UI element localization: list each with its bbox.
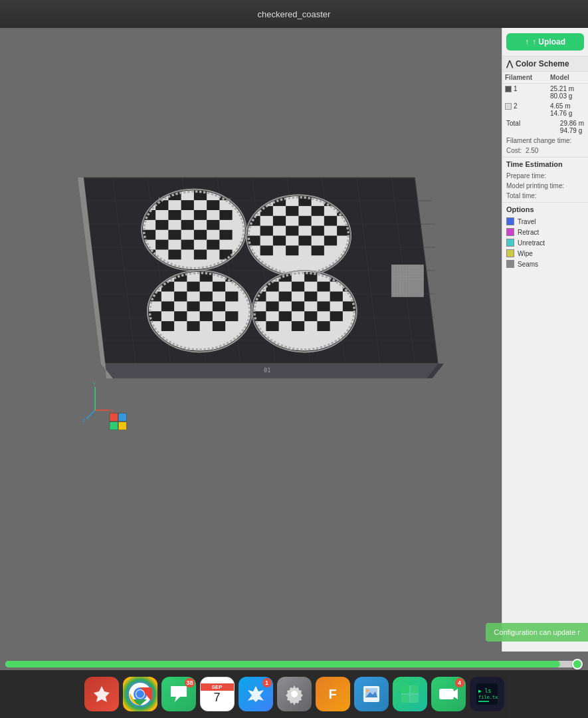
svg-rect-121 xyxy=(266,301,278,311)
color-scheme-label: Color Scheme xyxy=(516,59,569,68)
svg-rect-118 xyxy=(279,292,292,302)
seams-label: Seams xyxy=(518,261,538,268)
scene-canvas: 01 bambu pal extended | bambu xyxy=(0,28,502,652)
svg-rect-125 xyxy=(253,311,266,321)
svg-rect-115 xyxy=(317,282,330,292)
bambu-label: F xyxy=(328,687,336,702)
svg-rect-41 xyxy=(194,230,207,240)
svg-text:Y: Y xyxy=(93,382,96,386)
right-panel: ↑ ↑ Upload ⋀ Color Scheme Filament Model… xyxy=(502,28,588,652)
dock-app-messages[interactable]: 38 xyxy=(161,677,196,711)
seams-color xyxy=(506,260,514,268)
dock-app-chrome[interactable] xyxy=(123,677,157,711)
svg-rect-169 xyxy=(411,695,419,703)
travel-color xyxy=(506,217,514,225)
svg-rect-129 xyxy=(266,321,278,331)
svg-rect-37 xyxy=(181,220,194,230)
filament-2-color xyxy=(505,103,512,110)
progress-bar-track[interactable] xyxy=(5,661,577,667)
unretract-label: Unretract xyxy=(518,239,545,247)
svg-rect-61 xyxy=(312,206,324,216)
dock-app-fantastical[interactable] xyxy=(84,677,119,711)
model-printing-row: Model printing time: xyxy=(502,181,588,191)
svg-point-163 xyxy=(366,689,369,692)
upload-icon: ↑ xyxy=(525,37,529,47)
wipe-color xyxy=(506,249,514,257)
svg-rect-40 xyxy=(168,230,181,240)
messages-badge: 38 xyxy=(185,678,194,687)
svg-rect-94 xyxy=(161,301,174,311)
collapse-icon: ⋀ xyxy=(506,59,513,68)
cost-row: Cost: 2.50 xyxy=(502,146,588,156)
svg-rect-166 xyxy=(401,685,409,693)
svg-text:file.txt: file.txt xyxy=(478,695,498,700)
svg-rect-168 xyxy=(401,695,409,703)
terminal-icon: ▶ ls file.txt xyxy=(476,683,498,705)
svg-rect-120 xyxy=(330,292,343,302)
svg-rect-127 xyxy=(304,311,317,321)
svg-rect-154 xyxy=(110,422,118,430)
total-values: 29.86 m94.79 g xyxy=(560,120,584,134)
option-unretract[interactable]: Unretract xyxy=(502,237,588,248)
dock-app-koplayer[interactable] xyxy=(393,677,427,711)
settings-icon xyxy=(283,683,306,705)
svg-rect-74 xyxy=(324,236,337,246)
svg-rect-91 xyxy=(174,292,187,302)
dock-app-calendar[interactable]: SEP 7 xyxy=(200,677,235,711)
progress-knob[interactable] xyxy=(572,659,583,669)
dock-app-facetime[interactable]: 4 xyxy=(431,677,466,711)
svg-point-159 xyxy=(136,690,144,698)
svg-rect-39 xyxy=(143,230,155,240)
option-seams[interactable]: Seams xyxy=(502,259,588,269)
time-estimation-header: Time Estimation xyxy=(502,157,588,171)
total-row: Total 29.86 m94.79 g xyxy=(502,118,588,136)
svg-rect-119 xyxy=(304,292,317,302)
dock-app-bambu[interactable]: F xyxy=(316,677,350,711)
dock-app-terminal[interactable]: ▶ ls file.txt xyxy=(470,677,504,711)
option-wipe[interactable]: Wipe xyxy=(502,248,588,259)
filament-1-color xyxy=(505,86,512,92)
svg-rect-65 xyxy=(298,216,311,226)
svg-rect-155 xyxy=(118,422,126,430)
svg-text:▶ ls: ▶ ls xyxy=(478,688,491,694)
svg-rect-72 xyxy=(273,236,286,246)
svg-rect-93 xyxy=(225,292,238,302)
dock-app-preview[interactable] xyxy=(354,677,389,711)
svg-rect-89 xyxy=(213,282,225,292)
svg-rect-134 xyxy=(391,265,423,297)
calendar-date: 7 xyxy=(213,691,220,705)
progress-bar-container[interactable] xyxy=(0,658,588,670)
titlebar: checkered_coaster xyxy=(0,0,588,28)
chrome-icon xyxy=(128,682,152,706)
appstore-icon xyxy=(245,683,266,705)
svg-rect-95 xyxy=(187,301,199,311)
svg-rect-44 xyxy=(181,240,194,250)
svg-rect-96 xyxy=(213,301,225,311)
viewport[interactable]: 01 bambu pal extended | bambu xyxy=(0,28,502,652)
option-travel[interactable]: Travel xyxy=(502,216,588,227)
dock-app-settings[interactable] xyxy=(277,677,312,711)
svg-text:Z: Z xyxy=(82,418,86,423)
filament-col-header: Filament xyxy=(502,72,547,84)
svg-rect-167 xyxy=(411,685,419,693)
travel-label: Travel xyxy=(518,218,536,225)
dock: 38 SEP 7 1 F xyxy=(0,670,588,718)
upload-button[interactable]: ↑ ↑ Upload xyxy=(506,33,584,51)
svg-rect-36 xyxy=(155,220,168,230)
svg-rect-35 xyxy=(219,210,232,220)
retract-label: Retract xyxy=(518,229,539,236)
unretract-color xyxy=(506,239,514,247)
svg-rect-31 xyxy=(207,200,219,210)
notification-banner: Configuration can update r xyxy=(486,623,588,642)
progress-bar-fill xyxy=(5,661,560,667)
svg-rect-43 xyxy=(155,240,168,250)
svg-rect-64 xyxy=(273,216,286,226)
svg-rect-66 xyxy=(324,216,337,226)
svg-rect-152 xyxy=(110,413,118,421)
svg-rect-76 xyxy=(286,245,298,255)
option-retract[interactable]: Retract xyxy=(502,227,588,237)
appstore-badge: 1 xyxy=(262,678,272,687)
color-scheme-header[interactable]: ⋀ Color Scheme xyxy=(502,56,588,72)
total-time-row: Total time: xyxy=(502,191,588,201)
dock-app-appstore[interactable]: 1 xyxy=(239,677,273,711)
